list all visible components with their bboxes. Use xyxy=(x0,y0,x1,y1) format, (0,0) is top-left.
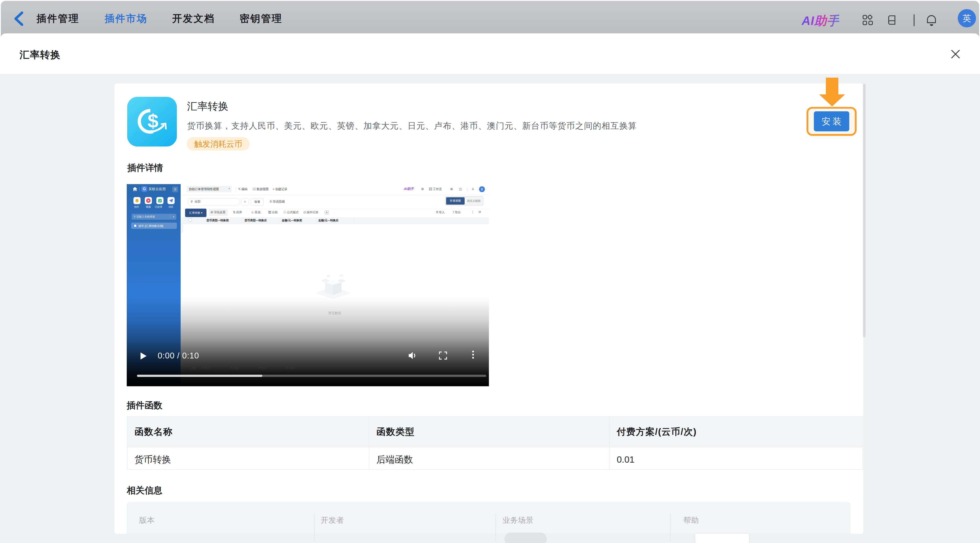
svg-text:$: $ xyxy=(148,110,159,132)
